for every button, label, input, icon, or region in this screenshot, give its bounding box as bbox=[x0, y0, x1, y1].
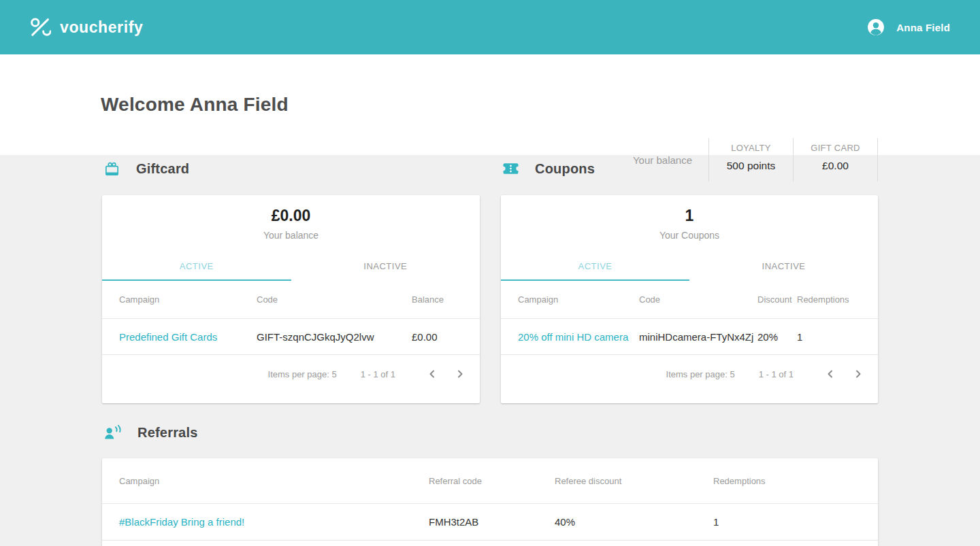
coupons-summary-label: Your Coupons bbox=[501, 229, 878, 241]
giftcard-section: Giftcard £0.00 Your balance ACTIVE INACT… bbox=[102, 155, 480, 403]
loyalty-label: LOYALTY bbox=[709, 143, 793, 153]
giftcard-table-header: Campaign Code Balance bbox=[102, 281, 480, 319]
coupons-pagination: Items per page: 5 1 - 1 of 1 bbox=[501, 355, 878, 393]
coupons-summary-value: 1 bbox=[501, 207, 878, 224]
column-code: Code bbox=[257, 294, 412, 305]
giftcard-balance-cell: £0.00 bbox=[412, 331, 463, 343]
giftcard-tabs: ACTIVE INACTIVE bbox=[102, 256, 480, 281]
column-campaign: Campaign bbox=[518, 294, 639, 305]
balance-summary-label: Your balance bbox=[633, 154, 708, 166]
coupons-section: Coupons 1 Your Coupons ACTIVE INACTIVE C… bbox=[501, 155, 878, 403]
giftcard-table-row: Predefined Gift Cards GIFT-szqnCJGkqJyQ2… bbox=[102, 319, 480, 355]
referrals-table-row: #BlackFriday Bring a friend! FMH3t2AB 40… bbox=[102, 504, 878, 541]
coupons-table-header: Campaign Code Discount Redemptions bbox=[501, 281, 878, 319]
giftcard-pagination: Items per page: 5 1 - 1 of 1 bbox=[102, 355, 480, 393]
coupons-tab-inactive[interactable]: INACTIVE bbox=[689, 256, 878, 281]
column-redemptions: Redemptions bbox=[713, 476, 861, 486]
chevron-right-icon bbox=[455, 369, 465, 379]
coupon-ticket-icon bbox=[503, 163, 519, 175]
page-header: Welcome Anna Field Your balance LOYALTY … bbox=[0, 54, 980, 155]
user-name: Anna Field bbox=[896, 22, 950, 33]
coupons-section-title: Coupons bbox=[535, 161, 595, 177]
loyalty-value: 500 points bbox=[709, 160, 793, 172]
next-page-button[interactable] bbox=[455, 369, 465, 379]
column-code: Code bbox=[639, 294, 757, 305]
user-menu[interactable]: Anna Field bbox=[867, 18, 950, 36]
page-range-label: 1 - 1 of 1 bbox=[361, 369, 395, 379]
giftcard-code-cell: GIFT-szqnCJGkqJyQ2lvw bbox=[257, 331, 412, 343]
referrals-section-head: Referrals bbox=[102, 422, 878, 443]
previous-page-button[interactable] bbox=[826, 369, 835, 379]
column-redemptions: Redemptions bbox=[797, 294, 861, 305]
giftcard-tab-active[interactable]: ACTIVE bbox=[102, 256, 291, 281]
giftcard-balance: GIFT CARD £0.00 bbox=[794, 138, 877, 182]
giftcard-section-title: Giftcard bbox=[136, 161, 189, 177]
referrals-code-cell: FMH3t2AB bbox=[429, 516, 555, 528]
items-per-page-label: Items per page: 5 bbox=[268, 369, 337, 379]
referrals-campaign-link[interactable]: #BlackFriday Bring a friend! bbox=[119, 516, 429, 528]
top-bar: voucherify Anna Field bbox=[0, 0, 980, 54]
coupons-tab-active[interactable]: ACTIVE bbox=[501, 256, 689, 281]
column-referee-discount: Referee discount bbox=[555, 476, 713, 486]
chevron-left-icon bbox=[427, 369, 437, 379]
coupons-code-cell: miniHDcamera-FTyNx4Zj bbox=[639, 331, 757, 343]
column-discount: Discount bbox=[757, 294, 797, 305]
gift-icon bbox=[104, 161, 120, 177]
column-campaign: Campaign bbox=[119, 476, 429, 486]
next-page-button[interactable] bbox=[853, 369, 863, 379]
page-title: Welcome Anna Field bbox=[101, 94, 289, 116]
referral-person-icon bbox=[104, 424, 121, 441]
page-range-label: 1 - 1 of 1 bbox=[759, 369, 794, 379]
previous-page-button[interactable] bbox=[427, 369, 437, 379]
coupons-discount-cell: 20% bbox=[757, 331, 797, 343]
column-balance: Balance bbox=[412, 294, 463, 305]
giftcard-summary: £0.00 Your balance bbox=[102, 195, 480, 241]
items-per-page-label: Items per page: 5 bbox=[666, 369, 735, 379]
coupons-campaign-link[interactable]: 20% off mini HD camera bbox=[518, 331, 639, 343]
giftcard-card: £0.00 Your balance ACTIVE INACTIVE Campa… bbox=[102, 195, 480, 403]
chevron-right-icon bbox=[853, 369, 863, 379]
giftcard-summary-value: £0.00 bbox=[102, 207, 480, 224]
avatar-icon bbox=[867, 18, 885, 36]
giftcard-summary-label: Your balance bbox=[102, 229, 480, 241]
loyalty-balance: LOYALTY 500 points bbox=[709, 138, 793, 182]
coupons-tabs: ACTIVE INACTIVE bbox=[501, 256, 878, 281]
giftcard-section-head: Giftcard bbox=[102, 158, 480, 180]
giftcard-value: £0.00 bbox=[794, 160, 877, 172]
main-content: Giftcard £0.00 Your balance ACTIVE INACT… bbox=[0, 155, 980, 546]
divider bbox=[877, 138, 878, 182]
referrals-card: Campaign Referral code Referee discount … bbox=[102, 458, 878, 546]
referrals-redemptions-cell: 1 bbox=[713, 516, 861, 528]
coupons-redemptions-cell: 1 bbox=[797, 331, 861, 343]
giftcard-campaign-link[interactable]: Predefined Gift Cards bbox=[119, 331, 257, 343]
column-campaign: Campaign bbox=[119, 294, 257, 305]
referrals-section-title: Referrals bbox=[137, 425, 198, 441]
brand-logo[interactable]: voucherify bbox=[30, 17, 143, 37]
balance-summary: Your balance LOYALTY 500 points GIFT CAR… bbox=[633, 138, 878, 182]
chevron-left-icon bbox=[826, 369, 835, 379]
referrals-discount-cell: 40% bbox=[555, 516, 713, 528]
coupons-card: 1 Your Coupons ACTIVE INACTIVE Campaign … bbox=[501, 195, 878, 403]
referrals-table-header: Campaign Referral code Referee discount … bbox=[102, 458, 878, 504]
coupons-table-row: 20% off mini HD camera miniHDcamera-FTyN… bbox=[501, 319, 878, 355]
column-referral-code: Referral code bbox=[429, 476, 555, 486]
coupons-summary: 1 Your Coupons bbox=[501, 195, 878, 241]
giftcard-tab-inactive[interactable]: INACTIVE bbox=[291, 256, 480, 281]
giftcard-label: GIFT CARD bbox=[794, 143, 877, 153]
voucherify-percent-icon bbox=[30, 17, 51, 37]
brand-name: voucherify bbox=[60, 18, 143, 37]
